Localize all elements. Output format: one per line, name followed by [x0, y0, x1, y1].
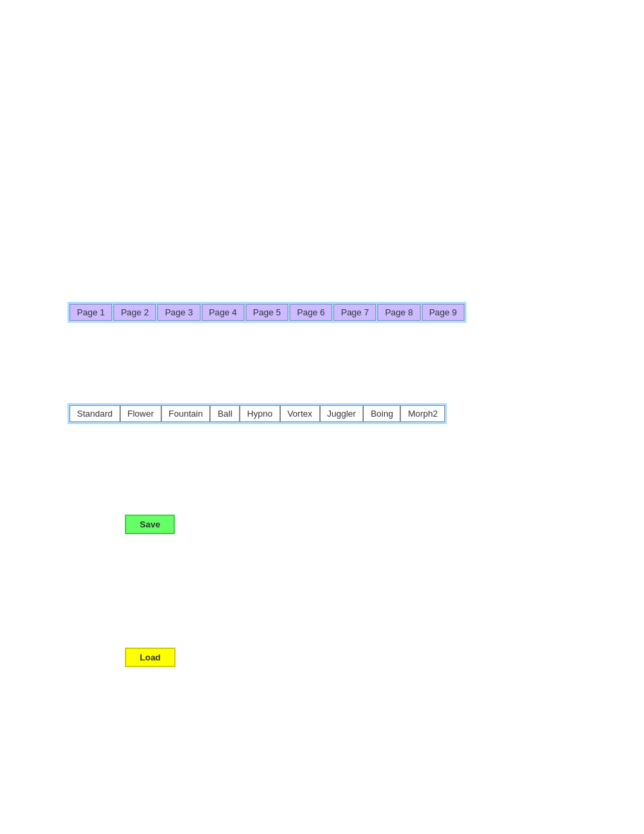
pattern-button-boing[interactable]: Boing — [363, 405, 400, 422]
page-button-5[interactable]: Page 5 — [246, 304, 288, 321]
pattern-button-standard[interactable]: Standard — [70, 405, 120, 422]
page-button-4[interactable]: Page 4 — [202, 304, 244, 321]
page-button-1[interactable]: Page 1 — [70, 304, 112, 321]
pattern-button-juggler[interactable]: Juggler — [320, 405, 364, 422]
page-button-6[interactable]: Page 6 — [290, 304, 332, 321]
pattern-buttons-container: StandardFlowerFountainBallHypnoVortexJug… — [68, 403, 447, 424]
pattern-button-morph2[interactable]: Morph2 — [400, 405, 445, 422]
pattern-button-fountain[interactable]: Fountain — [161, 405, 211, 422]
page-button-2[interactable]: Page 2 — [113, 304, 156, 321]
pattern-button-vortex[interactable]: Vortex — [280, 405, 320, 422]
page-button-7[interactable]: Page 7 — [333, 304, 376, 321]
page-button-3[interactable]: Page 3 — [157, 304, 200, 321]
pattern-button-flower[interactable]: Flower — [120, 405, 161, 422]
save-button[interactable]: Save — [125, 515, 175, 534]
pattern-button-ball[interactable]: Ball — [210, 405, 240, 422]
pattern-button-hypno[interactable]: Hypno — [240, 405, 280, 422]
page-button-8[interactable]: Page 8 — [377, 304, 420, 321]
page-button-9[interactable]: Page 9 — [422, 304, 464, 321]
load-button[interactable]: Load — [125, 648, 176, 667]
page-buttons-container: Page 1Page 2Page 3Page 4Page 5Page 6Page… — [68, 302, 466, 323]
